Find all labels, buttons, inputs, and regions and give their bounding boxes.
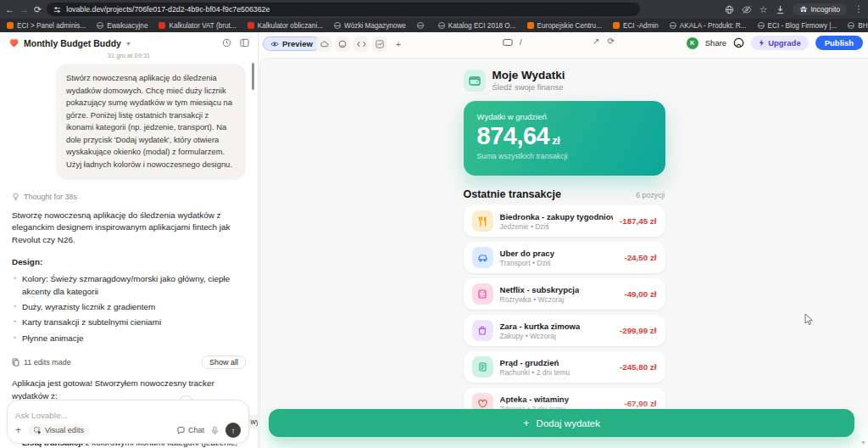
browser-menu-icon[interactable]: ⋮: [854, 5, 863, 14]
code-icon[interactable]: [353, 36, 369, 52]
bookmark-favicon: [670, 22, 676, 29]
transaction-row[interactable]: Biedronka - zakupy tygodniowe Jedzenie •…: [464, 205, 665, 237]
transaction-amount: -49,00 zł: [624, 289, 656, 299]
app-subtitle: Śledź swoje finanse: [492, 82, 565, 92]
upgrade-button[interactable]: Upgrade: [751, 36, 809, 50]
bookmark-item[interactable]: BHP: [848, 22, 868, 30]
transaction-row[interactable]: Prąd - grudzień Rachunki • 2 dni temu -2…: [464, 351, 665, 383]
bookmark-label: ECI > Panel adminis...: [17, 22, 86, 30]
transaction-title: Prąd - grudzień: [500, 358, 570, 367]
preview-toolbar: Preview + / ↗ ⟳ K Share: [259, 32, 868, 58]
bookmark-item[interactable]: Wózki Magazynowe: [334, 22, 406, 30]
chat-mode-button[interactable]: Chat: [177, 426, 204, 434]
visual-edits-button[interactable]: Visual edits: [28, 424, 90, 436]
chat-bubble-icon: [177, 427, 185, 434]
bookmark-label: ECI - Blog Firmowy |...: [768, 22, 837, 30]
history-icon[interactable]: [222, 38, 231, 48]
design-heading: Design:: [12, 257, 246, 266]
app-preview-viewport: Moje Wydatki Śledź swoje finanse Wydatki…: [259, 58, 868, 448]
transaction-amount: -299,99 zł: [620, 326, 657, 335]
bookmark-star-icon[interactable]: ☆: [760, 4, 768, 15]
bookmark-item[interactable]: ECI - Blog Firmowy |...: [758, 22, 837, 30]
preview-tab[interactable]: Preview: [263, 36, 320, 51]
thought-row[interactable]: Thought for 38s: [12, 193, 246, 201]
bookmark-label: Europejskie Centru...: [537, 22, 602, 30]
summary-amount: 874,64: [477, 122, 550, 149]
reload-icon[interactable]: ⟳: [34, 5, 42, 14]
forward-icon[interactable]: →: [19, 5, 29, 14]
chat-scrollbar[interactable]: [252, 63, 254, 90]
bookmark-favicon: [7, 22, 14, 29]
visual-edits-label: Visual edits: [45, 426, 84, 434]
site-settings-icon: [53, 6, 61, 14]
attach-plus-icon[interactable]: +: [15, 425, 21, 435]
bookmark-item[interactable]: AKALA - Produkt: R...: [670, 22, 747, 30]
address-bar[interactable]: lovable.dev/projects/706fe017-d2d2-4b9c-…: [47, 3, 640, 16]
analytics-icon[interactable]: [372, 36, 387, 52]
github-tool-icon[interactable]: [335, 36, 350, 52]
bookmark-item[interactable]: Kalkulator obliczani...: [248, 22, 323, 30]
add-expense-button[interactable]: + Dodaj wydatek: [269, 409, 854, 437]
transaction-row[interactable]: Zara - kurtka zimowa Zakupy • Wczoraj -2…: [464, 315, 665, 346]
bookmark-favicon: [438, 22, 445, 29]
download-icon[interactable]: [776, 5, 785, 14]
chevron-down-icon[interactable]: ▼: [125, 41, 131, 47]
chat-panel: Monthly Budget Buddy ▼ 31 gru at 09:31 S…: [0, 32, 259, 448]
design-bullet: Kolory: Świeży szmaragdowy/morski jako g…: [12, 273, 246, 298]
cloud-icon[interactable]: [316, 36, 331, 52]
transaction-row[interactable]: Netflix - subskrypcja Rozrywka • Wczoraj…: [464, 278, 665, 310]
share-button[interactable]: Share: [705, 38, 726, 48]
add-expense-label: Dodaj wydatek: [537, 418, 600, 428]
lightning-bolt-icon: [759, 39, 765, 47]
send-button[interactable]: ↑: [225, 423, 241, 438]
project-name[interactable]: Monthly Budget Buddy: [24, 38, 121, 48]
translate-icon[interactable]: [725, 5, 734, 14]
back-icon[interactable]: ←: [5, 5, 14, 14]
refresh-preview-icon[interactable]: ⟳: [607, 36, 614, 46]
publish-button[interactable]: Publish: [815, 36, 863, 50]
bookmark-item[interactable]: ECI > Panel adminis...: [7, 22, 86, 30]
avatar[interactable]: K: [687, 37, 698, 49]
app-title: Moje Wydatki: [492, 69, 565, 81]
thought-label: Thought for 38s: [24, 193, 77, 201]
preview-tab-label: Preview: [282, 39, 313, 48]
preview-scrollbar-arrow[interactable]: ▼: [860, 440, 866, 445]
transaction-title: Biedronka - zakupy tygodniowe: [500, 212, 613, 221]
chat-mode-label: Chat: [188, 426, 204, 434]
lightbulb-icon: [12, 193, 19, 201]
transaction-title: Uber do pracy: [500, 249, 555, 258]
device-icon[interactable]: [503, 38, 513, 47]
bookmark-item[interactable]: Ewakuacyjne: [97, 22, 147, 30]
add-tab-icon[interactable]: +: [391, 36, 406, 52]
design-bullet: Karty transakcji z subtelnymi cieniami: [12, 316, 246, 328]
github-icon[interactable]: [733, 37, 744, 48]
transaction-row[interactable]: Uber do pracy Transport • Dziś -24,50 zł: [464, 242, 665, 273]
bookmark-item[interactable]: [417, 22, 427, 29]
bookmark-favicon: [527, 22, 534, 29]
receipt-icon: [472, 356, 493, 378]
open-external-icon[interactable]: ↗: [593, 36, 599, 46]
bookmark-favicon: [334, 22, 341, 29]
bookmark-label: Wózki Magazynowe: [344, 22, 406, 30]
transaction-title: Netflix - subskrypcja: [500, 285, 580, 294]
plus-icon: +: [523, 417, 530, 428]
show-all-button[interactable]: Show all: [202, 356, 246, 369]
bookmark-item[interactable]: Europejskie Centru...: [527, 22, 602, 30]
bookmark-item[interactable]: Katalog ECI 2018 O...: [438, 22, 516, 30]
bookmark-item[interactable]: Kalkulator VAT (brut...: [159, 22, 236, 30]
preview-panel: Preview + / ↗ ⟳ K Share: [259, 32, 868, 448]
incognito-badge: Incognito: [793, 3, 848, 15]
bookmark-favicon: [417, 22, 424, 29]
chat-input[interactable]: [15, 411, 241, 420]
bookmark-item[interactable]: ECI -Admin: [613, 22, 659, 30]
preview-path[interactable]: /: [520, 37, 522, 47]
edits-count-label: 11 edits made: [24, 358, 71, 367]
microphone-icon[interactable]: [211, 426, 219, 435]
panel-layout-icon[interactable]: [240, 38, 249, 48]
bookmark-label: Katalog ECI 2018 O...: [448, 22, 516, 30]
transaction-meta: Jedzenie • Dziś: [500, 222, 613, 231]
eye-off-icon[interactable]: [742, 5, 752, 14]
film-icon: [472, 283, 493, 305]
assistant-intro: Stworzę nowoczesną aplikację do śledzeni…: [12, 210, 246, 248]
design-bullet: Duży, wyrazisty licznik z gradientem: [12, 301, 246, 313]
